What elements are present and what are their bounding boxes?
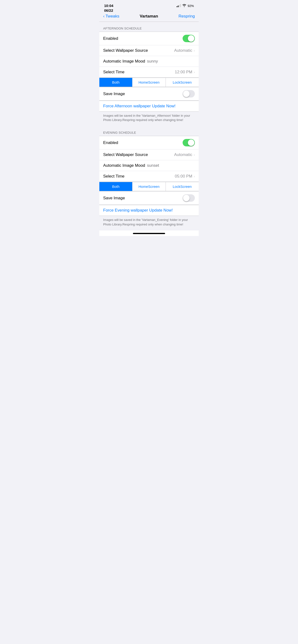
evening-enabled-toggle[interactable] (183, 139, 195, 146)
evening-wallpaper-source-row[interactable]: Select Wallpaper Source Automatic › (99, 150, 199, 160)
status-bar: 10:04 06/22 92% (99, 0, 199, 12)
respring-button[interactable]: Respring (179, 14, 195, 19)
afternoon-wallpaper-source-label: Select Wallpaper Source (103, 48, 148, 53)
evening-save-image-thumb (183, 195, 190, 201)
back-button[interactable]: ‹ Tweaks (103, 14, 119, 19)
evening-wallpaper-source-label: Select Wallpaper Source (103, 152, 148, 157)
afternoon-enabled-row: Enabled (99, 32, 199, 45)
evening-section-header: EVENING SCHEDULE (99, 126, 199, 136)
afternoon-save-image-thumb (183, 90, 190, 97)
afternoon-seg-both[interactable]: Both (99, 78, 132, 87)
evening-select-time-row[interactable]: Select Time 05:00 PM › (99, 171, 199, 182)
afternoon-save-image-row: Save Image (99, 87, 199, 100)
signal-icon (177, 4, 181, 7)
battery-percentage: 92% (188, 4, 194, 8)
evening-enabled-row: Enabled (99, 136, 199, 150)
afternoon-force-update-button[interactable]: Force Afternoon wallpaper Update Now! (103, 104, 175, 108)
afternoon-section-header: AFTERNOON SCHEDULE (99, 22, 199, 32)
afternoon-wallpaper-source-value: Automatic › (174, 48, 195, 53)
evening-seg-homescreen[interactable]: HomeScreen (132, 182, 166, 191)
back-chevron-icon: ‹ (103, 14, 105, 19)
afternoon-force-update-row[interactable]: Force Afternoon wallpaper Update Now! (99, 100, 199, 112)
page-title: Vartaman (140, 14, 158, 19)
home-indicator (99, 230, 199, 236)
afternoon-select-time-value: 12:00 PM › (175, 70, 195, 74)
status-time: 10:04 06/22 (104, 3, 113, 13)
evening-wallpaper-source-value: Automatic › (174, 152, 195, 157)
chevron-right-icon: › (194, 70, 195, 74)
afternoon-seg-lockscreen[interactable]: LockScreen (166, 78, 199, 87)
evening-image-mood-row: Automatic Image Mood sunset (99, 160, 199, 171)
wifi-icon (182, 4, 186, 8)
afternoon-seg-homescreen[interactable]: HomeScreen (132, 78, 166, 87)
evening-select-time-label: Select Time (103, 174, 124, 179)
afternoon-image-mood-row: Automatic Image Mood sunny (99, 56, 199, 67)
afternoon-image-mood-label: Automatic Image Mood (103, 59, 145, 64)
evening-seg-both[interactable]: Both (99, 182, 132, 191)
evening-force-update-button[interactable]: Force Evening wallpaper Update Now! (103, 208, 173, 213)
evening-seg-lockscreen[interactable]: LockScreen (166, 182, 199, 191)
afternoon-select-time-row[interactable]: Select Time 12:00 PM › (99, 67, 199, 78)
evening-select-time-value: 05:00 PM › (175, 174, 195, 179)
afternoon-save-image-toggle[interactable] (183, 90, 195, 98)
evening-segmented-control: Both HomeScreen LockScreen (99, 182, 199, 191)
status-icons: 92% (177, 3, 194, 8)
evening-force-update-row[interactable]: Force Evening wallpaper Update Now! (99, 205, 199, 216)
chevron-right-icon: › (194, 174, 195, 178)
chevron-right-icon: › (194, 153, 195, 157)
chevron-right-icon: › (194, 49, 195, 52)
afternoon-settings-group: Enabled Select Wallpaper Source Automati… (99, 32, 199, 78)
afternoon-enabled-toggle[interactable] (183, 35, 195, 42)
afternoon-segmented-control: Both HomeScreen LockScreen (99, 78, 199, 87)
back-label[interactable]: Tweaks (106, 14, 119, 19)
evening-image-mood-value: sunset (147, 163, 159, 168)
afternoon-footer-note: Images will be saved in the 'Vartaman_Af… (99, 112, 199, 126)
evening-save-image-toggle[interactable] (183, 194, 195, 202)
evening-settings-group: Enabled Select Wallpaper Source Automati… (99, 136, 199, 182)
nav-bar: ‹ Tweaks Vartaman Respring (99, 12, 199, 22)
afternoon-enabled-label: Enabled (103, 36, 118, 41)
evening-image-mood-label: Automatic Image Mood (103, 163, 145, 168)
home-bar (133, 233, 165, 234)
afternoon-enabled-thumb (188, 35, 194, 42)
evening-save-image-row: Save Image (99, 191, 199, 205)
afternoon-save-image-label: Save Image (103, 92, 125, 96)
afternoon-image-mood-value: sunny (147, 59, 158, 64)
evening-footer-note: Images will be saved in the 'Vartaman_Ev… (99, 216, 199, 230)
evening-save-image-label: Save Image (103, 196, 125, 200)
afternoon-wallpaper-source-row[interactable]: Select Wallpaper Source Automatic › (99, 45, 199, 56)
evening-enabled-label: Enabled (103, 140, 118, 145)
evening-enabled-thumb (188, 140, 194, 146)
afternoon-select-time-label: Select Time (103, 70, 124, 74)
